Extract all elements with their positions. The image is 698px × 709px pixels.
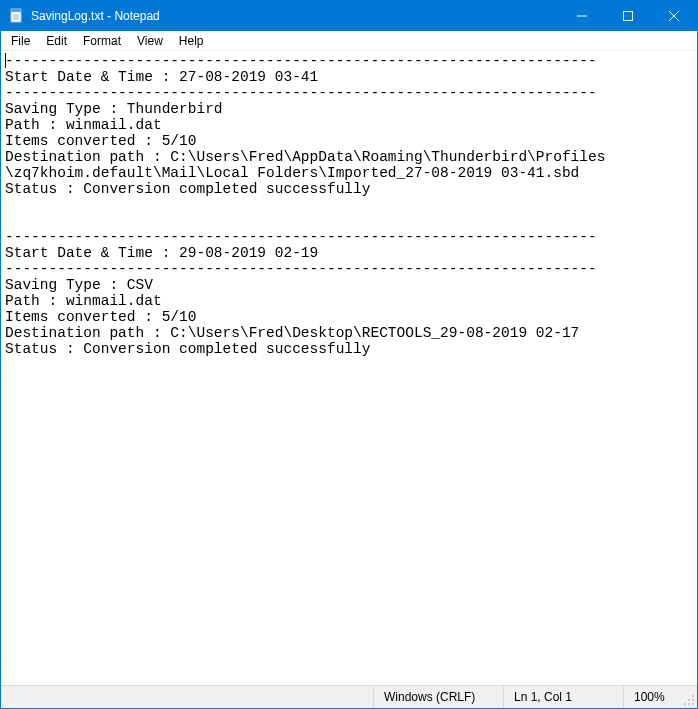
- menu-format[interactable]: Format: [75, 33, 129, 49]
- svg-point-9: [692, 695, 694, 697]
- text-caret: [5, 53, 6, 68]
- statusbar-spacer: [1, 686, 374, 708]
- svg-point-13: [688, 703, 690, 705]
- svg-point-11: [688, 699, 690, 701]
- window-title: SavingLog.txt - Notepad: [31, 9, 559, 23]
- close-button[interactable]: [651, 1, 697, 31]
- svg-point-14: [684, 703, 686, 705]
- svg-rect-1: [11, 9, 21, 12]
- minimize-button[interactable]: [559, 1, 605, 31]
- text-content: ----------------------------------------…: [5, 53, 605, 357]
- svg-rect-6: [624, 12, 633, 21]
- window-controls: [559, 1, 697, 31]
- status-encoding: Windows (CRLF): [374, 686, 504, 708]
- notepad-icon: [9, 8, 25, 24]
- svg-point-12: [692, 703, 694, 705]
- menubar: File Edit Format View Help: [1, 31, 697, 51]
- titlebar[interactable]: SavingLog.txt - Notepad: [1, 1, 697, 31]
- text-area[interactable]: ----------------------------------------…: [1, 51, 697, 685]
- menu-view[interactable]: View: [129, 33, 171, 49]
- resize-grip-icon[interactable]: [679, 686, 697, 708]
- maximize-button[interactable]: [605, 1, 651, 31]
- menu-help[interactable]: Help: [171, 33, 212, 49]
- menu-file[interactable]: File: [3, 33, 38, 49]
- svg-point-10: [692, 699, 694, 701]
- notepad-window: SavingLog.txt - Notepad File Edit Format…: [0, 0, 698, 709]
- status-position: Ln 1, Col 1: [504, 686, 624, 708]
- menu-edit[interactable]: Edit: [38, 33, 75, 49]
- statusbar: Windows (CRLF) Ln 1, Col 1 100%: [1, 685, 697, 708]
- status-zoom: 100%: [624, 686, 679, 708]
